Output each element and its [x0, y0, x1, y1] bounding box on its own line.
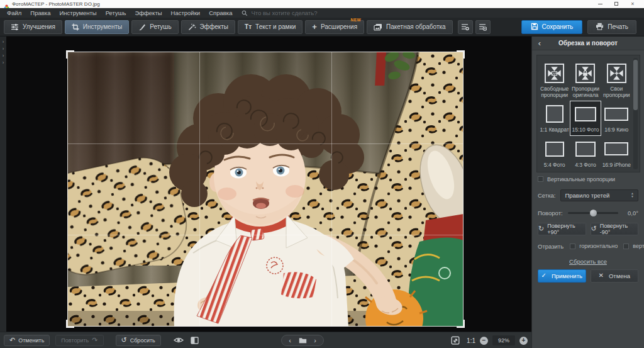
menu-edit[interactable]: Правка: [26, 8, 55, 18]
cancel-cross-icon: ✕: [599, 272, 604, 279]
menu-settings[interactable]: Настройки: [167, 8, 205, 18]
apply-button[interactable]: ✓ Применить: [538, 269, 586, 283]
plus-icon: +: [522, 337, 526, 344]
rotate-minus-90-label: Повернуть -90°: [600, 223, 638, 235]
cancel-button[interactable]: ✕ Отмена: [591, 269, 639, 283]
menu-help[interactable]: Справка: [204, 8, 236, 18]
main-toolbar: Улучшения Инструменты Ретушь Эффекты Tт …: [0, 18, 644, 36]
tab-label: Текст и рамки: [255, 23, 296, 30]
menu-bar: Файл Правка Инструменты Ретушь Эффекты Н…: [0, 8, 644, 18]
rotate-cw-icon: ↻: [538, 225, 544, 232]
tab-batch-processing[interactable]: Пакетная обработка: [367, 20, 453, 34]
zoom-out-button[interactable]: −: [480, 337, 488, 345]
preset-label: Свои пропорции: [602, 86, 631, 98]
window-controls: ×: [596, 1, 641, 8]
preset-label: 16:9 iPhone: [602, 162, 631, 168]
crop-handle-bottomleft[interactable]: [66, 320, 74, 328]
open-folder-button[interactable]: [296, 337, 309, 344]
scrollbar-thumb[interactable]: [633, 60, 638, 110]
menu-retouch[interactable]: Ретушь: [101, 8, 131, 18]
undo-button[interactable]: ↶ Отменить: [4, 335, 50, 346]
tab-effects[interactable]: Эффекты: [181, 20, 235, 34]
crop-grid-line: [68, 235, 463, 235]
spinner-icons[interactable]: ▲ ▼: [631, 192, 634, 198]
tab-improvements[interactable]: Улучшения: [4, 20, 62, 34]
show-original-button[interactable]: [172, 335, 186, 346]
apply-cancel-row: ✓ Применить ✕ Отмена: [538, 269, 638, 283]
sliders-icon: [11, 23, 19, 31]
save-button[interactable]: Сохранить: [521, 20, 583, 34]
photo-canvas: [6, 36, 531, 332]
crop-rotate-panel: ‹ Обрезка и поворот Свободные пропорции …: [531, 36, 644, 348]
fit-screen-icon: [451, 336, 460, 345]
menu-tools[interactable]: Инструменты: [55, 8, 101, 18]
toolbar-right: Сохранить Печать: [521, 20, 640, 34]
reset-button[interactable]: ↺ Сбросить: [116, 335, 161, 346]
expand-chevron-icon[interactable]: ›: [3, 52, 4, 59]
menu-search[interactable]: Что вы хотите сделать?: [242, 9, 317, 16]
menu-file[interactable]: Файл: [3, 8, 26, 18]
preset-free-proportions[interactable]: Свободные пропорции: [539, 60, 570, 101]
ratio-4-3-icon: [575, 138, 596, 160]
zoom-in-button[interactable]: +: [519, 337, 528, 345]
flip-horizontal-checkbox[interactable]: [570, 244, 575, 249]
preset-4-3-photo[interactable]: 4:3 Фото: [570, 136, 601, 171]
prev-photo-icon[interactable]: ‹: [284, 335, 296, 345]
preset-label: Пропорции оригинала: [570, 86, 600, 98]
actual-size-button[interactable]: 1:1: [467, 337, 475, 344]
flip-vertical-checkbox[interactable]: [623, 244, 629, 249]
crop-presets-box: Свободные пропорции Пропорции оригинала …: [536, 55, 640, 172]
tab-extensions[interactable]: NEW + Расширения: [305, 20, 364, 34]
crop-icon: [72, 23, 79, 31]
before-after-button[interactable]: [188, 335, 202, 346]
tab-retouch[interactable]: Ретушь: [131, 20, 178, 34]
preset-original-proportions[interactable]: Пропорции оригинала: [570, 60, 601, 101]
vertical-proportions-checkbox[interactable]: [538, 176, 543, 182]
redo-icon: ↷: [92, 337, 97, 344]
rotate-plus-90-button[interactable]: ↻ Повернуть +90°: [538, 223, 586, 235]
back-icon[interactable]: ‹: [532, 36, 547, 50]
crop-handle-topleft[interactable]: [66, 50, 74, 59]
free-proportions-icon: [544, 62, 565, 84]
rotation-value: 0,0°: [623, 210, 638, 216]
minimize-icon[interactable]: [596, 1, 604, 8]
vertical-proportions-label: Вертикальные пропорции: [547, 176, 615, 182]
crop-handle-topright[interactable]: [457, 50, 465, 59]
grid-select[interactable]: Правило третей ▲ ▼: [560, 189, 638, 201]
status-bar: ↶ Отменить Повторить ↷ ↺ Сбросить ‹ ›: [0, 332, 531, 348]
photomaster-app: ФотоМАСТЕР - PhotoMASTER DO.jpg × Файл П…: [0, 0, 644, 348]
expand-chevron-icon[interactable]: ›: [3, 38, 4, 45]
rotate-minus-90-button[interactable]: ↺ Повернуть -90°: [591, 223, 639, 235]
preset-1-1-square[interactable]: 1:1 Квадрат: [539, 101, 570, 135]
redo-button[interactable]: Повторить ↷: [55, 335, 103, 346]
rotate-buttons-row: ↻ Повернуть +90° ↺ Повернуть -90°: [538, 223, 638, 235]
close-icon[interactable]: ×: [629, 1, 636, 8]
preset-16-9-iphone[interactable]: 16:9 iPhone: [601, 136, 632, 171]
save-icon: [531, 23, 538, 31]
preset-16-9-cinema[interactable]: 16:9 Кино: [601, 101, 632, 135]
preset-custom-proportions[interactable]: Свои пропорции: [601, 60, 632, 101]
flip-label: Отразить: [538, 243, 564, 250]
expand-chevron-icon[interactable]: ›: [3, 45, 4, 52]
fit-to-screen-button[interactable]: [448, 335, 462, 346]
expand-chevron-icon[interactable]: ›: [3, 59, 4, 66]
manage-presets-button[interactable]: [475, 20, 491, 34]
crop-handle-bottomright[interactable]: [457, 320, 465, 328]
menu-effects[interactable]: Эффекты: [130, 8, 166, 18]
reset-all-link[interactable]: Сбросить все: [532, 258, 644, 265]
tab-label: Пакетная обработка: [386, 23, 446, 30]
tab-tools[interactable]: Инструменты: [65, 20, 129, 34]
print-button[interactable]: Печать: [587, 20, 636, 34]
search-icon: [242, 10, 248, 16]
preset-5-4-photo[interactable]: 5:4 Фото: [539, 136, 570, 171]
next-photo-icon[interactable]: ›: [309, 335, 321, 345]
restore-icon[interactable]: [613, 1, 620, 8]
zoom-level[interactable]: 92%: [492, 335, 515, 345]
preset-15-10-photo[interactable]: 15:10 Фото: [570, 101, 601, 135]
rotate-ccw-icon: ↺: [591, 225, 597, 232]
add-preset-button[interactable]: [458, 20, 473, 34]
slider-handle[interactable]: [590, 210, 597, 216]
tab-text-frames[interactable]: Tт Текст и рамки: [238, 20, 303, 34]
left-collapsed-panel: › › › ›: [0, 36, 6, 332]
rotation-slider[interactable]: [568, 210, 618, 216]
